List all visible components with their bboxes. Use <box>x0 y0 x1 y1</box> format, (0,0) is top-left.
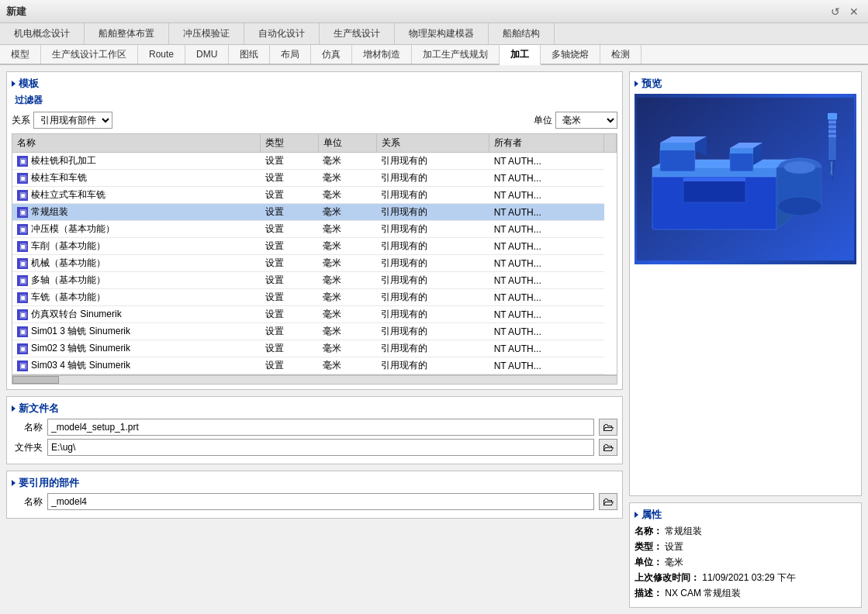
table-row[interactable]: ▣冲压模（基本功能）设置毫米引用现有的NT AUTH... <box>12 221 617 238</box>
tab-mech-concept[interactable]: 机电概念设计 <box>0 23 85 44</box>
subtab-dmu[interactable]: DMU <box>185 45 229 64</box>
cell-owner: NT AUTH... <box>489 153 604 170</box>
table-row[interactable]: ▣棱柱车和车铣设置毫米引用现有的NT AUTH... <box>12 170 617 187</box>
scrollbar-thumb[interactable] <box>12 376 59 384</box>
cell-owner: NT AUTH... <box>489 221 604 238</box>
relation-filter-group: 关系 引用现有部件 独立的 全部 <box>12 112 112 129</box>
table-row[interactable]: ▣机械（基本功能）设置毫米引用现有的NT AUTH... <box>12 255 617 272</box>
svg-point-18 <box>784 161 815 174</box>
prop-unit-value: 毫米 <box>665 557 683 567</box>
prop-desc-value: NX CAM 常规组装 <box>665 588 741 598</box>
filter-section: 过滤器 关系 引用现有部件 独立的 全部 单位 毫米 <box>12 94 617 129</box>
subtab-production-workspace[interactable]: 生产线设计工作区 <box>41 45 138 64</box>
subtab-machining[interactable]: 加工 <box>500 45 541 65</box>
title-bar-controls: ↺ ✕ <box>828 4 862 19</box>
cell-name: ▣棱柱车和车铣 <box>12 170 261 187</box>
top-tab-bar: 机电概念设计 船舶整体布置 冲压模验证 自动化设计 生产线设计 物理架构建模器 … <box>0 23 868 45</box>
subtab-additive[interactable]: 增材制造 <box>352 45 412 64</box>
svg-rect-8 <box>660 143 695 150</box>
filename-name-label: 名称 <box>12 421 43 434</box>
svg-rect-21 <box>828 113 837 119</box>
col-type: 类型 <box>261 134 319 153</box>
refresh-button[interactable]: ↺ <box>828 4 843 19</box>
cell-name: ▣多轴（基本功能） <box>12 272 261 289</box>
tab-stamping[interactable]: 冲压模验证 <box>169 23 244 44</box>
subtab-drawing[interactable]: 图纸 <box>229 45 270 64</box>
table-row[interactable]: ▣常规组装设置毫米引用现有的NT AUTH... <box>12 204 617 221</box>
prop-type-key: 类型： <box>635 541 662 552</box>
preview-svg <box>637 98 854 260</box>
table-row[interactable]: ▣仿真双转台 Sinumerik设置毫米引用现有的NT AUTH... <box>12 306 617 323</box>
tab-ship-structure[interactable]: 船舶结构 <box>489 23 555 44</box>
subtab-inspection[interactable]: 检测 <box>600 45 641 64</box>
cell-owner: NT AUTH... <box>489 255 604 272</box>
table-row[interactable]: ▣棱柱铣和孔加工设置毫米引用现有的NT AUTH... <box>12 153 617 170</box>
filename-browse-button[interactable]: 🗁 <box>599 419 617 436</box>
prop-unit-key: 单位： <box>635 557 662 567</box>
reference-section: 要引用的部件 名称 🗁 <box>6 471 623 519</box>
cell-unit: 毫米 <box>318 221 376 238</box>
svg-rect-12 <box>730 148 753 154</box>
relation-select[interactable]: 引用现有部件 独立的 全部 <box>33 112 112 129</box>
tab-physical-arch[interactable]: 物理架构建模器 <box>395 23 489 44</box>
unit-label: 单位 <box>534 114 552 127</box>
reference-triangle-icon <box>12 480 16 486</box>
cell-name: ▣Sim02 3 轴铣 Sinumerik <box>12 340 261 357</box>
sub-tab-bar: 模型 生产线设计工作区 Route DMU 图纸 布局 仿真 增材制造 加工生产… <box>0 45 868 65</box>
filename-folder-input[interactable] <box>47 439 594 456</box>
close-button[interactable]: ✕ <box>846 4 862 19</box>
cell-name: ▣仿真双转台 Sinumerik <box>12 306 261 323</box>
reference-browse-button[interactable]: 🗁 <box>599 493 617 510</box>
subtab-multiaxis[interactable]: 多轴烧熔 <box>541 45 600 64</box>
cell-owner: NT AUTH... <box>489 204 604 221</box>
subtab-production-planning[interactable]: 加工生产线规划 <box>412 45 500 64</box>
cell-unit: 毫米 <box>318 238 376 255</box>
table-row[interactable]: ▣棱柱立式车和车铣设置毫米引用现有的NT AUTH... <box>12 187 617 204</box>
table-row[interactable]: ▣多轴（基本功能）设置毫米引用现有的NT AUTH... <box>12 272 617 289</box>
subtab-route[interactable]: Route <box>138 45 185 64</box>
subtab-model[interactable]: 模型 <box>0 45 41 64</box>
cell-owner: NT AUTH... <box>489 170 604 187</box>
cell-type: 设置 <box>261 238 319 255</box>
subtab-layout[interactable]: 布局 <box>270 45 311 64</box>
prop-desc-row: 描述： NX CAM 常规组装 <box>635 587 856 600</box>
new-filename-triangle-icon <box>12 405 16 412</box>
tab-automation[interactable]: 自动化设计 <box>244 23 320 44</box>
new-filename-header: 新文件名 <box>12 402 617 416</box>
tab-production[interactable]: 生产线设计 <box>320 23 395 44</box>
reference-name-input[interactable] <box>47 493 594 510</box>
row-icon: ▣ <box>17 309 28 320</box>
reference-name-label: 名称 <box>12 495 43 509</box>
properties-section: 属性 名称： 常规组装 类型： 设置 单位： 毫米 上次修改时间： 11/09/… <box>629 502 862 608</box>
table-row[interactable]: ▣Sim02 3 轴铣 Sinumerik设置毫米引用现有的NT AUTH... <box>12 340 617 357</box>
table-row[interactable]: ▣Sim01 3 轴铣 Sinumerik设置毫米引用现有的NT AUTH... <box>12 323 617 340</box>
row-icon: ▣ <box>17 190 28 201</box>
cell-relation: 引用现有的 <box>376 323 489 340</box>
preview-image <box>635 94 856 264</box>
reference-title: 要引用的部件 <box>19 476 79 490</box>
title-bar: 新建 ↺ ✕ <box>0 0 868 23</box>
preview-section: 预览 <box>629 71 862 496</box>
cell-name: ▣机械（基本功能） <box>12 255 261 272</box>
cell-owner: NT AUTH... <box>489 306 604 323</box>
right-panel: 预览 <box>629 71 862 608</box>
table-row[interactable]: ▣Sim03 4 轴铣 Sinumerik设置毫米引用现有的NT AUTH... <box>12 357 617 374</box>
cell-name: ▣车铣（基本功能） <box>12 289 261 306</box>
prop-modified-row: 上次修改时间： 11/09/2021 03:29 下午 <box>635 571 856 585</box>
row-icon: ▣ <box>17 241 28 252</box>
table-row[interactable]: ▣车铣（基本功能）设置毫米引用现有的NT AUTH... <box>12 289 617 306</box>
cell-unit: 毫米 <box>318 306 376 323</box>
tab-ship-layout[interactable]: 船舶整体布置 <box>85 23 169 44</box>
filename-name-input[interactable] <box>47 419 594 436</box>
prop-name-key: 名称： <box>635 526 662 536</box>
template-table-container: 名称 类型 单位 关系 所有者 ▣棱柱铣和孔加工设置毫米引用现有的NT AUTH… <box>12 133 617 375</box>
subtab-simulation[interactable]: 仿真 <box>311 45 352 64</box>
svg-rect-24 <box>828 130 836 133</box>
cell-relation: 引用现有的 <box>376 272 489 289</box>
unit-select[interactable]: 毫米 英寸 全部 <box>555 112 617 129</box>
main-content: 模板 过滤器 关系 引用现有部件 独立的 全部 <box>0 65 868 614</box>
table-row[interactable]: ▣车削（基本功能）设置毫米引用现有的NT AUTH... <box>12 238 617 255</box>
prop-desc-key: 描述： <box>635 588 662 598</box>
horizontal-scrollbar[interactable] <box>12 375 617 385</box>
folder-browse-button[interactable]: 🗁 <box>599 439 617 456</box>
